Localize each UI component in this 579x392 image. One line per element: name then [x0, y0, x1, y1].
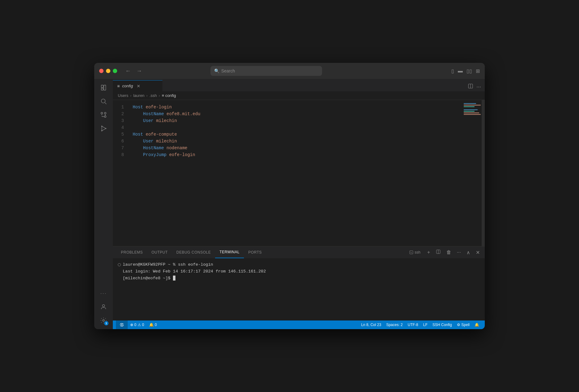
terminal-command: lauren@KGKFW92PFP ~ % ssh eofe-login	[123, 261, 213, 268]
status-position-text: Ln 8, Col 23	[361, 323, 381, 327]
terminal-line-1: lauren@KGKFW92PFP ~ % ssh eofe-login	[118, 261, 480, 268]
maximize-button[interactable]	[113, 69, 117, 73]
status-notification[interactable]: 🔔	[472, 320, 482, 329]
scrollbar-track[interactable]	[482, 100, 485, 246]
tab-close-button[interactable]: ✕	[137, 84, 140, 89]
tab-label: config	[122, 84, 133, 88]
settings-badge: 1	[104, 321, 108, 325]
status-eol[interactable]: LF	[421, 320, 430, 329]
search-bar[interactable]: 🔍 Search	[210, 66, 322, 76]
close-button[interactable]	[99, 69, 104, 73]
line-numbers: 1 2 3 4 5 6 7 8	[113, 100, 128, 246]
notification-icon: 🔔	[475, 323, 479, 327]
code-line-7: HostName nodename	[133, 145, 455, 151]
terminal-name-area: ssh	[409, 250, 421, 255]
back-button[interactable]: ←	[123, 67, 133, 75]
sidebar-toggle-icon[interactable]: ▯	[451, 68, 454, 74]
svg-marker-10	[102, 126, 106, 131]
svg-rect-1	[101, 88, 103, 90]
status-errors[interactable]: ⊗ 0 ⚠ 0	[128, 320, 147, 329]
breadcrumb-sep-1: ›	[130, 94, 131, 98]
terminal-status-dot	[118, 263, 121, 266]
status-right: Ln 8, Col 23 Spaces: 2 UTF-8 LF SSH Conf…	[359, 320, 482, 329]
layout-icon[interactable]: ⊞	[476, 68, 480, 74]
svg-line-4	[105, 102, 106, 104]
status-spell[interactable]: ⚙ Spell	[454, 320, 472, 329]
run-debug-icon[interactable]	[97, 122, 110, 135]
breadcrumb-sep-2: ›	[146, 94, 148, 98]
search-label: Search	[221, 68, 235, 73]
svg-point-22	[121, 324, 122, 325]
minimize-button[interactable]	[106, 69, 110, 73]
split-editor-right-icon[interactable]	[468, 83, 473, 90]
status-position[interactable]: Ln 8, Col 23	[359, 320, 384, 329]
panel-toggle-icon[interactable]: ▬	[458, 68, 463, 74]
code-line-3: User milechin	[133, 117, 455, 124]
tab-file-icon: ≡	[117, 84, 120, 89]
terminal-label: ssh	[415, 250, 421, 255]
more-actions-icon[interactable]: ···	[476, 84, 481, 90]
svg-point-12	[105, 128, 107, 129]
terminal-cursor	[173, 276, 175, 281]
status-spaces-text: Spaces: 2	[386, 323, 403, 327]
vscode-window: ← → 🔍 Search ▯ ▬ ▯▯ ⊞	[94, 63, 485, 329]
status-info[interactable]: 🔔 0	[147, 320, 159, 329]
maximize-panel-button[interactable]: ∧	[465, 248, 471, 257]
nav-buttons: ← →	[123, 67, 144, 75]
panel-tabs: PROBLEMS OUTPUT DEBUG CONSOLE TERMINAL P…	[113, 246, 485, 258]
kill-terminal-button[interactable]: 🗑	[445, 248, 453, 256]
svg-point-13	[101, 126, 103, 127]
panel-tab-problems[interactable]: PROBLEMS	[117, 246, 147, 258]
terminal-line-3: [milechin@eofe8 ~]$	[118, 275, 480, 282]
status-spaces[interactable]: Spaces: 2	[384, 320, 405, 329]
activity-bar: ··· 1	[94, 79, 113, 329]
settings-icon[interactable]: 1	[97, 314, 110, 327]
panel-tab-ports[interactable]: PORTS	[244, 246, 266, 258]
status-eol-text: LF	[423, 323, 427, 327]
svg-point-7	[104, 112, 106, 114]
more-icon[interactable]: ···	[97, 287, 110, 299]
more-panel-button[interactable]: ···	[456, 248, 462, 256]
breadcrumb-file: ≡ config	[162, 93, 176, 98]
source-control-icon[interactable]	[97, 109, 110, 121]
code-line-6: User milechin	[133, 138, 455, 145]
status-encoding-text: UTF-8	[408, 323, 418, 327]
breadcrumb: Users › lauren › .ssh › ≡ config	[113, 91, 485, 100]
account-icon[interactable]	[97, 301, 110, 313]
close-panel-button[interactable]: ✕	[475, 248, 481, 257]
status-encoding[interactable]: UTF-8	[405, 320, 421, 329]
code-line-8: ProxyJump eofe-login	[133, 151, 455, 158]
config-tab[interactable]: ≡ config ✕	[113, 80, 162, 91]
status-spell-text: ⚙ Spell	[457, 323, 470, 327]
editor-area: ≡ config ✕ ··· Users ›	[113, 79, 485, 329]
main-area: ··· 1 ≡ config	[94, 79, 485, 329]
split-editor-icon[interactable]: ▯▯	[466, 68, 472, 74]
titlebar: ← → 🔍 Search ▯ ▬ ▯▯ ⊞	[94, 63, 485, 79]
remote-button[interactable]	[116, 320, 128, 329]
status-language[interactable]: SSH Config	[430, 320, 454, 329]
terminal-line-2: Last login: Wed Feb 14 16:17:17 2024 fro…	[118, 268, 480, 275]
search-icon: 🔍	[214, 68, 219, 73]
code-editor[interactable]: 1 2 3 4 5 6 7 8 Host eofe-login HostName…	[113, 100, 485, 246]
code-line-1: Host eofe-login	[133, 104, 455, 111]
svg-point-15	[103, 320, 104, 321]
panel-tab-right: ssh + 🗑 ··· ∧ ✕	[409, 248, 481, 257]
tab-bar: ≡ config ✕ ···	[113, 79, 485, 91]
new-terminal-button[interactable]: +	[426, 248, 431, 256]
breadcrumb-lauren[interactable]: lauren	[133, 93, 144, 98]
panel-tab-debug-console[interactable]: DEBUG CONSOLE	[172, 246, 215, 258]
breadcrumb-users[interactable]: Users	[118, 93, 128, 98]
breadcrumb-ssh[interactable]: .ssh	[149, 93, 157, 98]
explorer-icon[interactable]	[97, 81, 110, 94]
code-line-5: Host eofe-compute	[133, 131, 455, 138]
panel-tab-terminal[interactable]: TERMINAL	[215, 246, 244, 258]
panel-tab-output[interactable]: OUTPUT	[147, 246, 172, 258]
split-terminal-button[interactable]	[435, 248, 442, 257]
svg-point-3	[101, 99, 105, 103]
minimap	[460, 100, 485, 246]
panel: PROBLEMS OUTPUT DEBUG CONSOLE TERMINAL P…	[113, 246, 485, 320]
search-icon[interactable]	[97, 95, 110, 107]
svg-rect-2	[104, 85, 106, 90]
forward-button[interactable]: →	[135, 67, 144, 75]
terminal-content: lauren@KGKFW92PFP ~ % ssh eofe-login Las…	[113, 258, 485, 320]
